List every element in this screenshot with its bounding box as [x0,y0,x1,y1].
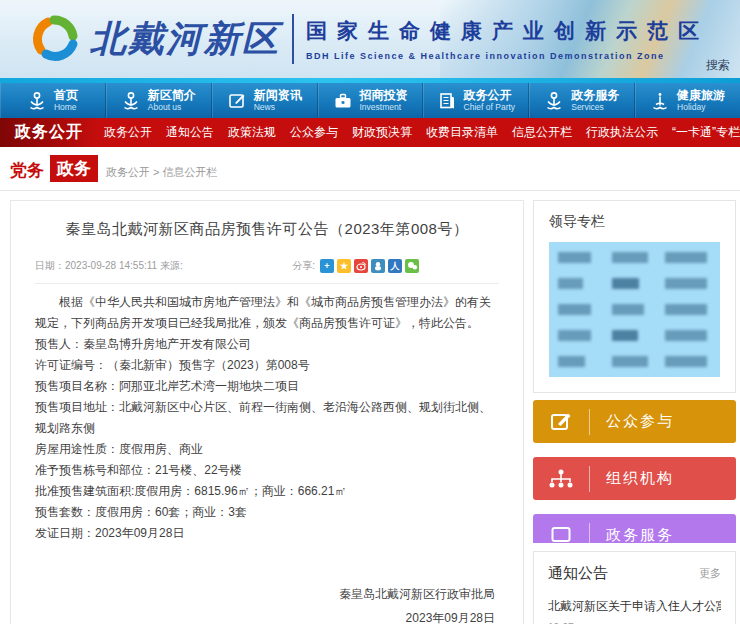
nav-label-cn: 新闻资讯 [254,89,302,102]
subnav-link-law-enforcement[interactable]: 行政执法公示 [586,124,658,141]
page: 北戴河新区 国家生命健康产业创新示范区 BDH Life Science & H… [0,0,740,624]
nav-label-en: About us [148,103,196,112]
article-paragraph: 许可证编号：（秦北新审）预售字（2023）第008号 [35,355,499,376]
document-icon [437,91,457,111]
article-meta: 日期：2023-09-28 14:55:11 来源: 分享: + ★ 人 [35,259,499,284]
nav-label-cn: 政务服务 [571,89,619,102]
site-header: 北戴河新区 国家生命健康产业创新示范区 BDH Life Science & H… [0,0,740,78]
nav-label-en: News [254,103,302,112]
organization-button[interactable]: 组织机构 [533,457,736,500]
button-divider [589,409,590,435]
nav-item-investment[interactable]: 招商投资Investment [318,83,424,118]
about-anchor-icon [121,91,141,111]
notice-header: 通知公告 更多 [548,564,721,583]
subnav-bar: 政务公开 政务公开 通知公告 政策法规 公众参与 财政预决算 收费目录清单 信息… [0,118,740,147]
article-paragraph: 根据《中华人民共和国城市房地产管理法》和《城市商品房预售管理办法》的有关规定，下… [35,292,499,334]
services-anchor-icon [544,91,564,111]
notice-item[interactable]: 北戴河新区关于申请入住人才公寓的.... [548,598,721,615]
subnav-link-gov-open[interactable]: 政务公开 [104,124,152,141]
nav-label-cn: 新区简介 [148,89,196,102]
compose-icon [533,410,589,434]
nav-label-cn: 健康旅游 [677,89,725,102]
subnav-link-onecard[interactable]: “一卡通”专栏 [672,124,740,141]
nav-item-gov-open[interactable]: 政务公开Chief of Party [423,83,529,118]
nav-label-en: Investment [360,103,408,112]
subnav-link-policies[interactable]: 政策法规 [228,124,276,141]
share-qq-icon[interactable] [371,259,385,273]
leader-column-card: 领导专栏 [533,200,736,393]
article-paragraph: 准予预售栋号和部位：21号楼、22号楼 [35,460,499,481]
share-more-icon[interactable]: + [320,259,334,273]
nav-label-cn: 首页 [54,89,78,102]
notice-title: 通知公告 [548,564,608,583]
investment-briefcase-icon [333,91,353,111]
nav-label-en: Home [54,103,78,112]
logo-row: 北戴河新区 国家生命健康产业创新示范区 BDH Life Science & H… [28,12,709,66]
tab-gov-affairs[interactable]: 政务 [50,155,98,182]
button-label: 政务服务 [606,526,674,543]
nav-item-about[interactable]: 新区简介About us [106,83,212,118]
beach-umbrella-icon [650,91,670,111]
share-qzone-icon[interactable]: ★ [337,259,351,273]
news-compose-icon [227,91,247,111]
article-paragraph: 预售项目地址：北戴河新区中心片区、前程一街南侧、老沿海公路西侧、规划街北侧、规划… [35,397,499,439]
subnav-link-fees[interactable]: 收费目录清单 [426,124,498,141]
gov-services-button[interactable]: 政务服务 [533,514,736,543]
article-signature-block: 秦皇岛北戴河新区行政审批局 2023年09月28日 [35,582,499,624]
article-paragraph: 批准预售建筑面积:度假用房：6815.96㎡；商业：666.21㎡ [35,481,499,502]
district-logo-icon [28,12,82,66]
signature-date: 2023年09月28日 [35,606,495,624]
article-title: 秦皇岛北戴河新区商品房预售许可公告（2023年第008号） [11,220,523,239]
nav-label-en: Chief of Party [464,103,516,112]
subnav-link-notices[interactable]: 通知公告 [166,124,214,141]
signature-agency: 秦皇岛北戴河新区行政审批局 [35,582,495,606]
article-paragraph: 发证日期：2023年09月28日 [35,523,499,544]
subnav-link-budget[interactable]: 财政预决算 [352,124,412,141]
leader-names-blurred[interactable] [549,242,720,377]
subnav-link-info-column[interactable]: 信息公开栏 [512,124,572,141]
share-weibo-icon[interactable] [354,259,368,273]
site-logo-text: 北戴河新区 [90,15,280,64]
nav-label-cn: 政务公开 [464,89,516,102]
tab-party-affairs[interactable]: 党务 [10,159,44,182]
nav-item-holiday[interactable]: 健康旅游Holiday [635,83,740,118]
share-wechat-icon[interactable] [405,259,419,273]
article-card: 秦皇岛北戴河新区商品房预售许可公告（2023年第008号） 日期：2023-09… [10,200,524,624]
nav-item-news[interactable]: 新闻资讯News [212,83,318,118]
subnav-title: 政务公开 [0,118,98,147]
nav-item-home[interactable]: 首页Home [0,83,106,118]
button-divider [589,466,590,492]
logo-divider [292,14,294,64]
button-divider [589,523,590,544]
site-title: 国家生命健康产业创新示范区 BDH Life Science & Healthc… [306,17,709,61]
content-area: 秦皇岛北戴河新区商品房预售许可公告（2023年第008号） 日期：2023-09… [0,191,740,624]
share-toolbar: 分享: + ★ 人 [292,259,419,273]
notice-more-link[interactable]: 更多 [699,566,721,581]
clipped-button-region: 政务服务 [533,514,736,543]
button-label: 公众参与 [606,412,674,431]
nav-label-en: Holiday [677,103,725,112]
breadcrumb[interactable]: 政务公开 > 信息公开栏 [106,165,218,182]
subnav-link-participation[interactable]: 公众参与 [290,124,338,141]
sidebar: 领导专栏 公众参与 组织机构 [533,200,736,624]
main-nav: 首页Home 新区简介About us 新闻资讯News 招商投资Investm… [0,83,740,118]
site-title-cn: 国家生命健康产业创新示范区 [306,17,709,45]
org-chart-icon [533,467,589,491]
article-date-source: 日期：2023-09-28 14:55:11 来源: [35,259,183,273]
public-participation-button[interactable]: 公众参与 [533,400,736,443]
article-paragraph: 房屋用途性质：度假用房、商业 [35,439,499,460]
home-anchor-icon [27,91,47,111]
nav-label-cn: 招商投资 [360,89,408,102]
search-link[interactable]: 搜索 [706,57,730,74]
nav-label-en: Services [571,103,619,112]
notice-card: 通知公告 更多 北戴河新区关于申请入住人才公寓的.... 10-07 [533,551,736,624]
leader-column-title: 领导专栏 [549,213,720,231]
breadcrumb-row: 党务 政务 政务公开 > 信息公开栏 [0,147,740,191]
button-label: 组织机构 [606,469,674,488]
nav-item-services[interactable]: 政务服务Services [529,83,635,118]
share-renren-icon[interactable]: 人 [388,259,402,273]
monitor-icon [533,524,589,544]
site-title-en: BDH Life Science & Healthcare innovation… [306,51,709,61]
article-body: 根据《中华人民共和国城市房地产管理法》和《城市商品房预售管理办法》的有关规定，下… [11,284,523,624]
article-paragraph: 预售套数：度假用房：60套；商业：3套 [35,502,499,523]
